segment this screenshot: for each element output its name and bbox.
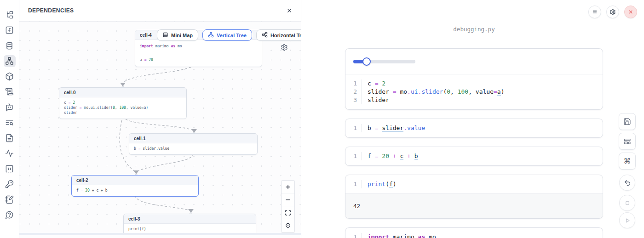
notebook-cells: 1c = 22slider = mo.ui.slider(0, 100, val… xyxy=(345,48,603,238)
notebook-edit-icon[interactable] xyxy=(4,193,16,205)
zoom-in-button[interactable] xyxy=(282,181,294,193)
package-icon[interactable] xyxy=(4,70,16,82)
line-number: 3 xyxy=(345,96,361,104)
settings-gear-button[interactable] xyxy=(606,6,619,18)
code-editor[interactable]: 1f = 20 + c + b xyxy=(345,147,603,165)
graph-view-toolbar: Mini Map Vertical Tree Horizontal Tree xyxy=(157,29,301,41)
mini-map-button[interactable]: Mini Map xyxy=(157,29,198,41)
dependency-graph-icon[interactable] xyxy=(4,55,16,67)
stop-button[interactable] xyxy=(619,195,635,211)
node-code: b = slider.value xyxy=(129,143,257,154)
cell-output-text: 42 xyxy=(345,193,603,218)
notebook-filename: debugging.py xyxy=(345,26,603,33)
cell-f-assign[interactable]: 1f = 20 + c + b xyxy=(345,147,603,166)
panel-title: DEPENDENCIES xyxy=(28,7,74,14)
line-number: 1 xyxy=(345,233,361,238)
graph-zoom-controls xyxy=(281,180,295,232)
command-icon: ⌘ xyxy=(624,158,631,165)
marimo-app: DEPENDENCIES xyxy=(0,0,644,238)
node-title: cell-0 xyxy=(59,88,186,97)
node-code: c = 2slider = mo.ui.slider(0, 100, value… xyxy=(59,97,186,119)
dependency-graph-canvas[interactable]: cell-4 import marimo as mo a = 20 cell-0… xyxy=(19,22,301,235)
function-square-icon[interactable] xyxy=(4,24,16,36)
graph-bottom-strip xyxy=(19,233,301,235)
file-tree-icon[interactable] xyxy=(4,9,16,21)
graph-node-cell-3[interactable]: cell-3 print(f) xyxy=(123,214,256,235)
code-editor[interactable]: 1c = 22slider = mo.ui.slider(0, 100, val… xyxy=(345,74,603,109)
line-number: 1 xyxy=(345,180,361,188)
line-number: 2 xyxy=(345,88,361,96)
horizontal-tree-button[interactable]: Horizontal Tree xyxy=(256,29,301,41)
node-code: import marimo as mo a = 20 xyxy=(135,40,262,67)
cell-print[interactable]: 1print(f) 42 xyxy=(345,175,603,219)
node-code: f = 20 + c + b xyxy=(72,185,198,196)
command-palette-button[interactable]: ⌘ xyxy=(619,153,636,170)
layout-button[interactable] xyxy=(619,133,636,150)
fit-view-button[interactable] xyxy=(282,206,294,219)
code-editor[interactable]: 1import marimo as mo2 xyxy=(345,228,603,238)
zoom-out-button[interactable] xyxy=(282,193,294,206)
node-title: cell-2 xyxy=(72,176,198,185)
activity-icon[interactable] xyxy=(4,147,16,159)
vertical-tree-button[interactable]: Vertical Tree xyxy=(202,29,252,41)
code-editor[interactable]: 1b = slider.value xyxy=(345,119,603,137)
dependencies-panel: DEPENDENCIES xyxy=(19,0,301,238)
mini-map-icon xyxy=(162,32,168,39)
cell-b-assign[interactable]: 1b = slider.value xyxy=(345,119,603,138)
node-title: cell-1 xyxy=(129,134,257,143)
horizontal-tree-icon xyxy=(262,32,268,39)
text-search-icon[interactable] xyxy=(4,117,16,129)
document-icon[interactable] xyxy=(4,132,16,144)
chat-bot-icon[interactable] xyxy=(4,101,16,113)
left-icon-sidebar xyxy=(0,0,19,238)
graph-node-cell-1[interactable]: cell-1 b = slider.value xyxy=(129,133,258,155)
node-title: cell-3 xyxy=(124,214,256,224)
menu-button[interactable] xyxy=(588,6,601,18)
cell-slider[interactable]: 1c = 22slider = mo.ui.slider(0, 100, val… xyxy=(345,48,603,110)
dependencies-header: DEPENDENCIES xyxy=(19,0,301,22)
line-number: 1 xyxy=(345,124,361,132)
code-editor[interactable]: 1print(f) xyxy=(345,175,603,193)
save-button[interactable] xyxy=(619,113,636,130)
slider-widget[interactable] xyxy=(353,57,415,66)
code-block-icon[interactable] xyxy=(4,163,16,175)
undo-button[interactable] xyxy=(619,175,635,191)
line-number: 1 xyxy=(345,152,361,160)
slider-thumb[interactable] xyxy=(362,57,371,66)
cell-output-slider xyxy=(345,49,603,74)
cell-import[interactable]: 1import marimo as mo2 xyxy=(345,227,603,238)
key-icon[interactable] xyxy=(4,178,16,190)
notebook-header-actions xyxy=(588,6,637,18)
notebook-area: debugging.py 1c = 22slider = mo.ui.slide… xyxy=(302,0,644,238)
panel-close-icon[interactable] xyxy=(286,7,293,14)
locate-button[interactable] xyxy=(282,219,294,232)
line-number: 1 xyxy=(345,79,361,88)
vertical-tree-icon xyxy=(208,32,214,39)
run-button[interactable] xyxy=(619,212,635,228)
graph-settings-gear-icon[interactable] xyxy=(281,44,288,53)
graph-node-cell-0[interactable]: cell-0 c = 2slider = mo.ui.slider(0, 100… xyxy=(59,87,187,119)
shutdown-close-button[interactable] xyxy=(624,6,637,18)
database-icon[interactable] xyxy=(4,40,16,51)
graph-node-cell-2[interactable]: cell-2 f = 20 + c + b xyxy=(71,175,199,197)
scroll-icon[interactable] xyxy=(4,86,16,98)
help-icon[interactable] xyxy=(4,209,16,221)
